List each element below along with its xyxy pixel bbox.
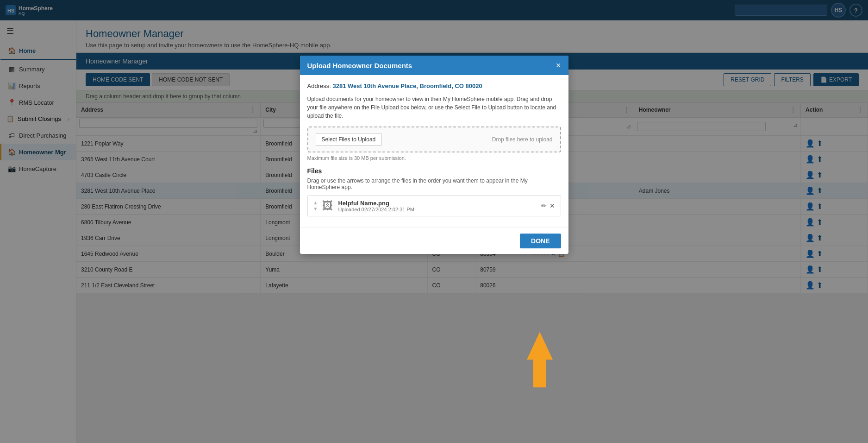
file-thumbnail-icon: 🖼 [322, 199, 333, 212]
file-actions: ✏ ✕ [541, 202, 555, 209]
modal-description: Upload documents for your homeowner to v… [307, 95, 561, 120]
arrow-down-icon[interactable]: ▼ [313, 206, 318, 211]
select-files-button[interactable]: Select Files to Upload [316, 133, 382, 146]
edit-file-icon[interactable]: ✏ [541, 202, 547, 209]
files-desc: Drag or use the arrows to arrange the fi… [307, 177, 561, 190]
done-button[interactable]: DONE [520, 234, 561, 248]
modal-body: Address: 3281 West 10th Avenue Place, Br… [300, 75, 568, 228]
max-size-note: Maximum file size is 30 MB per submissio… [307, 155, 561, 161]
file-item: ▲ ▼ 🖼 Helpful Name.png Uploaded 02/27/20… [307, 195, 561, 216]
upload-modal: Upload Homeowner Documents × Address: 32… [300, 56, 568, 254]
file-info: Helpful Name.png Uploaded 02/27/2024 2:0… [338, 200, 536, 212]
file-reorder-arrows[interactable]: ▲ ▼ [313, 200, 318, 211]
remove-file-icon[interactable]: ✕ [550, 202, 555, 209]
modal-header: Upload Homeowner Documents × [300, 56, 568, 75]
upload-drop-zone[interactable]: Select Files to Upload Drop files here t… [307, 127, 561, 152]
drop-text: Drop files here to upload [492, 136, 553, 143]
modal-address: Address: 3281 West 10th Avenue Place, Br… [307, 82, 561, 89]
modal-address-value: 3281 West 10th Avenue Place, Broomfield,… [332, 82, 482, 89]
modal-footer: DONE [300, 228, 568, 254]
file-name: Helpful Name.png [338, 200, 536, 207]
modal-title: Upload Homeowner Documents [307, 62, 412, 70]
modal-close-button[interactable]: × [556, 61, 561, 70]
file-date: Uploaded 02/27/2024 2:02:31 PM [338, 207, 536, 212]
modal-overlay[interactable]: Upload Homeowner Documents × Address: 32… [0, 0, 868, 443]
arrow-up-icon[interactable]: ▲ [313, 200, 318, 205]
files-section-title: Files [307, 167, 561, 175]
